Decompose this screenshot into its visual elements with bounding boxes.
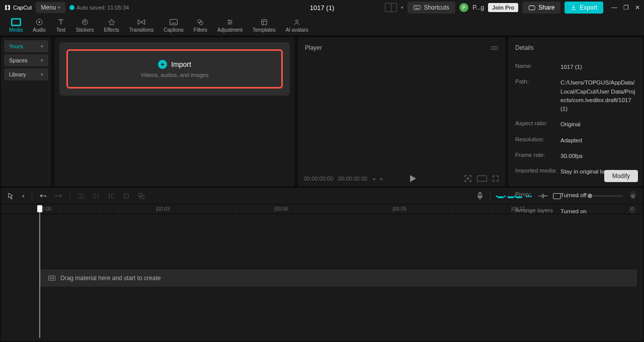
- ruler-mark: |00:09: [392, 206, 407, 212]
- layout-button[interactable]: [385, 3, 397, 12]
- minimize-button[interactable]: —: [611, 4, 617, 11]
- split-tool[interactable]: ⌷⌷: [77, 192, 85, 200]
- delete-right-tool[interactable]: ⟩⌷: [107, 192, 115, 200]
- chevron-down-icon: ▾: [41, 72, 43, 77]
- svg-rect-1: [415, 7, 416, 7]
- tab-templates[interactable]: Templates: [248, 17, 281, 34]
- user-avatar[interactable]: P: [459, 3, 468, 12]
- player-menu-button[interactable]: [491, 46, 498, 50]
- timeline-panel: ▾ ⌷⌷ ⌷⟨ ⟩⌷ ▪▬▪ ▬▪▬ ▪▪▪ ⊣⊢ − ⊕ |0:00: [1, 188, 643, 341]
- scan-icon[interactable]: [464, 175, 472, 183]
- timeline-tracks[interactable]: Drag material here and start to create: [1, 214, 643, 341]
- titlebar: CapCut Menu ▾ Auto saved: 11:05:34 1017 …: [0, 0, 644, 15]
- drag-hint-track[interactable]: Drag material here and start to create: [39, 270, 637, 287]
- pointer-tool[interactable]: [7, 192, 15, 200]
- name-value: 1017 (1): [560, 63, 636, 71]
- close-button[interactable]: ✕: [635, 4, 640, 11]
- svg-rect-20: [124, 194, 128, 198]
- player-panel: Player 00:00:00:00 00:00:00:00 ◂ ▸: [298, 37, 505, 186]
- playhead[interactable]: [37, 205, 42, 212]
- export-button[interactable]: Export: [565, 2, 603, 14]
- export-icon: [571, 5, 577, 11]
- tab-ai-avatars[interactable]: AI avatars: [281, 17, 313, 34]
- modify-button[interactable]: Modify: [604, 170, 638, 182]
- svg-rect-3: [417, 7, 418, 7]
- sidebar-item-yours[interactable]: Yours▾: [4, 40, 48, 52]
- text-icon: [56, 18, 66, 26]
- chevron-down-icon[interactable]: ▾: [22, 194, 25, 199]
- chevron-down-icon: ▾: [58, 5, 60, 10]
- svg-rect-0: [414, 6, 421, 10]
- capcut-icon: [4, 4, 11, 11]
- prev-frame-button[interactable]: ◂: [372, 176, 375, 182]
- resolution-value: Adapted: [560, 136, 636, 145]
- track-toggle-1[interactable]: ▪▬▪: [497, 192, 505, 200]
- svg-point-9: [82, 20, 88, 25]
- copy-tool[interactable]: [137, 192, 145, 200]
- captions-icon: [169, 18, 179, 26]
- maximize-button[interactable]: ❐: [623, 4, 629, 11]
- import-button[interactable]: + Import Videos, audios, and images: [66, 49, 283, 89]
- name-label: Name:: [515, 63, 560, 69]
- keyboard-icon: [414, 5, 421, 10]
- chevron-down-icon: ▾: [41, 44, 43, 49]
- tab-effects[interactable]: Effects: [99, 17, 124, 34]
- player-title: Player: [305, 44, 322, 51]
- zoom-slider[interactable]: [588, 195, 623, 197]
- timeline-ruler[interactable]: |0:00 |00:03 |00:06 |00:09 |00:12 |0: [1, 204, 643, 214]
- join-pro-button[interactable]: Join Pro: [488, 3, 518, 12]
- svg-point-18: [296, 20, 298, 22]
- ruler-mark: |0: [630, 206, 634, 212]
- player-viewport[interactable]: [298, 56, 505, 171]
- svg-point-15: [230, 22, 231, 23]
- tab-adjustment[interactable]: Adjustment: [212, 17, 248, 34]
- media-sidebar: Yours▾ Spaces▾ Library▾: [1, 37, 51, 186]
- tab-stickers[interactable]: Stickers: [71, 17, 99, 34]
- sidebar-item-library[interactable]: Library▾: [4, 68, 48, 80]
- tab-filters[interactable]: Filters: [189, 17, 212, 34]
- redo-button[interactable]: [54, 192, 62, 200]
- media-placeholder-icon: [48, 276, 55, 281]
- fullscreen-icon[interactable]: [492, 175, 499, 182]
- chevron-down-icon[interactable]: ▾: [401, 5, 404, 10]
- details-panel: Details Name:1017 (1) Path:C:/Users/TOPG…: [508, 37, 643, 186]
- shortcuts-button[interactable]: Shortcuts: [408, 2, 455, 14]
- tab-media[interactable]: Media: [4, 17, 28, 34]
- ruler-mark: |00:12: [511, 206, 525, 212]
- share-button[interactable]: Share: [522, 2, 560, 14]
- path-label: Path:: [515, 78, 560, 84]
- next-frame-button[interactable]: ▸: [380, 176, 383, 182]
- sidebar-item-spaces[interactable]: Spaces▾: [4, 54, 48, 66]
- play-button[interactable]: [410, 175, 416, 182]
- framerate-value: 30.00fps: [560, 152, 636, 160]
- info-icon[interactable]: ⓘ: [630, 191, 636, 199]
- tab-text[interactable]: Text: [51, 17, 71, 34]
- svg-point-19: [467, 178, 469, 180]
- time-total: 00:00:00:00: [338, 176, 367, 182]
- details-title: Details: [515, 44, 636, 51]
- chevron-down-icon: ▾: [41, 58, 43, 63]
- filters-icon: [195, 18, 205, 26]
- menu-button[interactable]: Menu ▾: [36, 2, 65, 13]
- autosave-dot-icon: [69, 5, 74, 10]
- tab-transitions[interactable]: Transitions: [124, 17, 159, 34]
- project-title: 1017 (1): [310, 4, 334, 12]
- aspect-value: Original: [560, 120, 636, 129]
- crop-tool[interactable]: [122, 192, 130, 200]
- svg-rect-23: [479, 192, 481, 197]
- svg-point-10: [84, 21, 86, 23]
- undo-button[interactable]: [39, 192, 47, 200]
- adjustment-icon: [225, 18, 235, 26]
- imported-label: Imported media:: [515, 167, 560, 174]
- audio-icon: [34, 18, 44, 26]
- main-area: Yours▾ Spaces▾ Library▾ + Import Videos,…: [0, 36, 644, 187]
- delete-left-tool[interactable]: ⌷⟨: [92, 192, 100, 200]
- tab-captions[interactable]: Captions: [158, 17, 188, 34]
- mic-button[interactable]: [476, 192, 484, 200]
- svg-point-14: [228, 20, 229, 21]
- ratio-button[interactable]: [477, 176, 487, 182]
- templates-icon: [259, 18, 269, 26]
- transitions-icon: [136, 18, 146, 26]
- app-logo: CapCut: [4, 4, 32, 11]
- tab-audio[interactable]: Audio: [28, 17, 51, 34]
